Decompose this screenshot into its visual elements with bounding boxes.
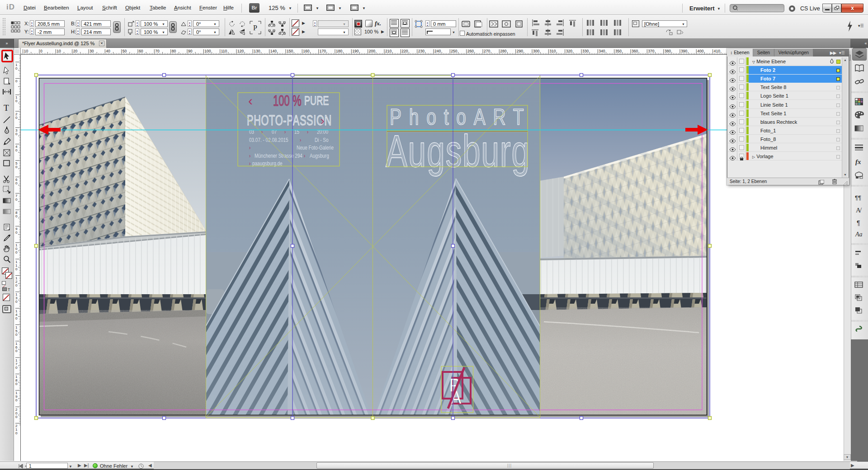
- svg-text:PURE: PURE: [304, 94, 329, 108]
- svg-text:0: 0: [15, 99, 18, 103]
- svg-text:¶: ¶: [857, 219, 860, 226]
- svg-text:60: 60: [139, 49, 143, 53]
- svg-text:Aa: Aa: [855, 231, 863, 238]
- svg-text:330: 330: [582, 49, 589, 53]
- svg-text:50: 50: [123, 49, 127, 53]
- svg-text:10: 10: [24, 49, 28, 53]
- svg-text:PHOTO-PASSION: PHOTO-PASSION: [247, 113, 332, 128]
- svg-text:15: 15: [294, 128, 299, 135]
- svg-text:30: 30: [90, 49, 94, 53]
- svg-text:20: 20: [73, 49, 78, 53]
- svg-text:0: 0: [15, 398, 18, 402]
- svg-text:310: 310: [549, 49, 556, 53]
- svg-text:Augsburg: Augsburg: [310, 152, 329, 159]
- svg-text:0: 0: [15, 165, 18, 169]
- svg-text:0: 0: [15, 300, 18, 304]
- svg-text:100 %: 100 %: [273, 92, 302, 109]
- svg-text:Münchener Strasse 294: Münchener Strasse 294: [255, 152, 302, 159]
- svg-text:0: 0: [15, 316, 18, 320]
- svg-text:390: 390: [681, 49, 687, 53]
- svg-text:›: ›: [249, 145, 250, 151]
- svg-text:0: 0: [15, 267, 18, 271]
- svg-text:200: 200: [369, 49, 375, 53]
- svg-text:270: 270: [484, 49, 490, 53]
- svg-text:0: 0: [15, 431, 18, 435]
- svg-text:190: 190: [352, 49, 359, 53]
- svg-text:Neue Foto-Galerie: Neue Foto-Galerie: [297, 144, 334, 151]
- svg-text:0: 0: [40, 49, 42, 53]
- svg-text:280: 280: [500, 49, 506, 53]
- svg-text:360: 360: [632, 49, 638, 53]
- svg-text:¶¶: ¶¶: [855, 194, 861, 201]
- svg-text:320: 320: [566, 49, 572, 53]
- svg-text:100: 100: [204, 49, 211, 53]
- svg-text:300: 300: [533, 49, 539, 53]
- svg-text:0: 0: [15, 349, 18, 353]
- svg-text:P: P: [253, 24, 257, 32]
- svg-text:150: 150: [287, 49, 293, 53]
- svg-text:‹: ‹: [248, 93, 253, 108]
- svg-text:›: ›: [249, 152, 250, 159]
- svg-text:90: 90: [188, 49, 193, 53]
- svg-text:110: 110: [221, 49, 227, 53]
- svg-text:0: 0: [15, 250, 18, 254]
- svg-text:0: 0: [15, 116, 18, 120]
- svg-text:120: 120: [237, 49, 244, 53]
- svg-text:0: 0: [15, 415, 18, 419]
- svg-text:80: 80: [172, 49, 176, 53]
- svg-text:A̸: A̸: [856, 207, 862, 214]
- svg-text:340: 340: [599, 49, 605, 53]
- svg-text:0: 0: [15, 79, 18, 83]
- svg-text:410: 410: [714, 49, 720, 53]
- svg-text:260: 260: [467, 49, 474, 53]
- svg-text:180: 180: [336, 49, 342, 53]
- svg-text:›: ›: [321, 114, 325, 127]
- svg-text:Augsburg: Augsburg: [386, 126, 530, 176]
- svg-text:0: 0: [15, 283, 18, 287]
- svg-text:370: 370: [648, 49, 654, 53]
- svg-text:70: 70: [155, 49, 160, 53]
- svg-text:07: 07: [272, 128, 277, 135]
- svg-text:0: 0: [15, 382, 18, 386]
- svg-text:210: 210: [385, 49, 392, 53]
- svg-text:03.07. - 02.08.2015: 03.07. - 02.08.2015: [249, 136, 288, 143]
- svg-text:0: 0: [15, 214, 18, 218]
- svg-text:140: 140: [270, 49, 277, 53]
- svg-text:0: 0: [15, 132, 18, 136]
- svg-text:›: ›: [307, 129, 308, 135]
- svg-text:fx: fx: [855, 158, 861, 165]
- svg-text:130: 130: [254, 49, 260, 53]
- svg-text:T: T: [4, 103, 9, 112]
- svg-text:›: ›: [300, 136, 301, 143]
- svg-text:20:00: 20:00: [317, 128, 328, 135]
- svg-text:0: 0: [15, 181, 18, 185]
- svg-text:03: 03: [249, 128, 254, 135]
- svg-text:Di - So: Di - So: [315, 136, 329, 143]
- svg-text:›: ›: [249, 160, 250, 167]
- svg-text:250: 250: [451, 49, 457, 53]
- svg-text:0: 0: [15, 148, 18, 152]
- svg-text:0: 0: [15, 366, 18, 370]
- svg-text:›: ›: [304, 152, 305, 159]
- svg-text:0: 0: [15, 333, 18, 337]
- svg-text:160: 160: [303, 49, 309, 53]
- svg-text:10: 10: [57, 49, 61, 53]
- svg-text:0: 0: [15, 66, 18, 70]
- svg-text:0: 0: [15, 230, 18, 235]
- svg-text:240: 240: [434, 49, 441, 53]
- svg-text:40: 40: [106, 49, 110, 53]
- svg-text:380: 380: [665, 49, 671, 53]
- svg-text:400: 400: [697, 49, 703, 53]
- svg-text:290: 290: [517, 49, 523, 53]
- svg-text:›: ›: [284, 129, 286, 135]
- svg-text:350: 350: [615, 49, 622, 53]
- svg-text:0: 0: [15, 197, 18, 202]
- svg-text:220: 220: [401, 49, 408, 53]
- svg-text:170: 170: [320, 49, 326, 53]
- svg-text:230: 230: [418, 49, 425, 53]
